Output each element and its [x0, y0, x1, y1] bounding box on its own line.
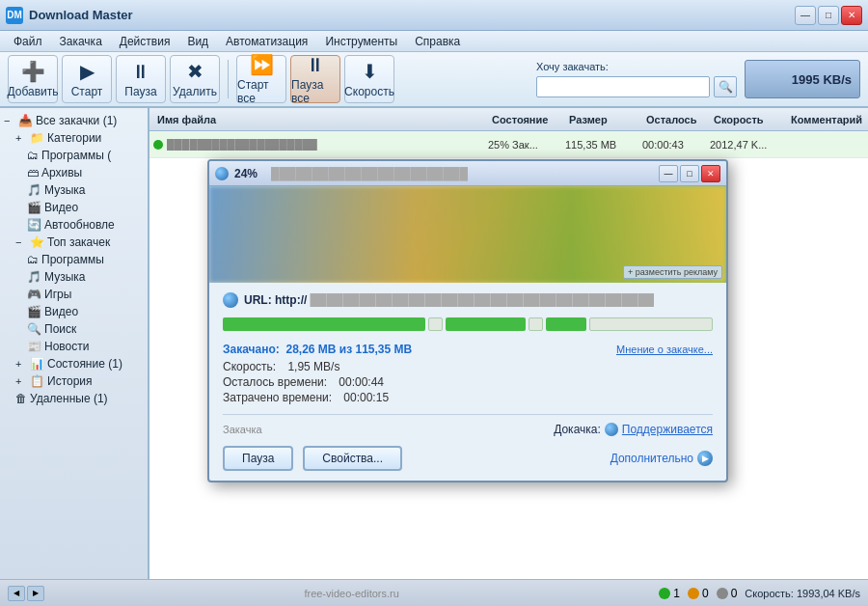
search-label: Хочу закачать:	[536, 61, 737, 72]
speed-label: Скорость	[344, 85, 394, 98]
start-button[interactable]: ▶ Старт	[62, 55, 112, 103]
sidebar-item-music2[interactable]: 🎵 Музыка	[0, 268, 148, 286]
title-bar-left: DM Download Master	[6, 7, 133, 24]
sidebar-item-programs1[interactable]: 🗂 Программы (	[0, 147, 148, 164]
minimize-button[interactable]: —	[795, 6, 816, 25]
waiting-count: 0	[702, 587, 709, 600]
sidebar-item-music-label: Музыка	[44, 183, 85, 197]
toolbar: ➕ Добавить ▶ Старт ⏸ Пауза ✖ Удалить ⏩ С…	[0, 52, 868, 108]
col-header-size: Размер	[565, 114, 642, 125]
sidebar-item-news-label: Новости	[44, 340, 89, 353]
stats-right: Мнение о закачке...	[616, 343, 713, 356]
sidebar-item-video-label: Видео	[44, 201, 78, 214]
sidebar-item-deleted-label: Удаленные (1)	[30, 392, 108, 405]
expand-icon: +	[15, 358, 27, 370]
sidebar-item-status[interactable]: + 📊 Состояние (1)	[0, 355, 148, 372]
supported-link[interactable]: Поддерживается	[622, 423, 713, 436]
menu-view[interactable]: Вид	[179, 33, 216, 50]
url-label-text: URL: http://	[244, 293, 307, 307]
progress-empty-3	[589, 317, 713, 331]
pause-all-label: Пауза все	[291, 78, 339, 105]
speed-label: Скорость:	[223, 360, 276, 373]
menu-file[interactable]: Файл	[6, 33, 50, 50]
paused-count: 0	[731, 587, 738, 600]
properties-button[interactable]: Свойства...	[303, 446, 402, 471]
pause-all-icon: ⏸	[306, 54, 325, 76]
modal-close-button[interactable]: ✕	[701, 165, 720, 182]
resume-right: Докачка: Поддерживается	[554, 423, 713, 436]
sidebar-item-search[interactable]: 🔍 Поиск	[0, 320, 148, 338]
pause-button[interactable]: ⏸ Пауза	[116, 55, 166, 103]
file-size: 115,35 MB	[565, 139, 642, 151]
sidebar-item-autoupdate[interactable]: 🔄 Автообновле	[0, 216, 148, 234]
sidebar-item-archives[interactable]: 🗃 Архивы	[0, 164, 148, 181]
stats-left: Закачано: 28,26 MB из 115,35 MB Скорость…	[223, 343, 412, 406]
menu-help[interactable]: Справка	[407, 33, 468, 50]
sidebar-item-music[interactable]: 🎵 Музыка	[0, 181, 148, 199]
status-left: ◀ ▶	[8, 586, 44, 601]
stats-row: Закачано: 28,26 MB из 115,35 MB Скорость…	[223, 343, 713, 406]
resume-globe-icon	[605, 423, 618, 436]
menu-actions[interactable]: Действия	[112, 33, 178, 50]
sidebar-item-video2-icon: 🎬	[27, 305, 41, 318]
sidebar-item-all[interactable]: − 📥 Все закачки (1)	[0, 112, 148, 129]
table-row[interactable]: ████████████████████ 25% Зак... 115,35 M…	[149, 131, 868, 158]
resume-row: Закачка Докачка: Поддерживается	[223, 414, 713, 436]
menu-tools[interactable]: Инструменты	[317, 33, 405, 50]
active-count: 1	[673, 587, 680, 600]
remaining-label: Осталось времени:	[223, 375, 327, 389]
pause-all-button[interactable]: ⏸ Пауза все	[290, 55, 340, 103]
sidebar-item-archives-label: Архивы	[41, 166, 82, 179]
sidebar-item-categories[interactable]: + 📁 Категории	[0, 129, 148, 147]
delete-button[interactable]: ✖ Удалить	[170, 55, 220, 103]
maximize-button[interactable]: □	[818, 6, 839, 25]
nav-right-button[interactable]: ▶	[27, 586, 44, 601]
url-value: ████████████████████████████████████████…	[310, 293, 654, 307]
start-label: Старт	[71, 85, 103, 98]
expand-icon: −	[15, 236, 27, 248]
sidebar-item-history[interactable]: + 📋 История	[0, 372, 148, 390]
modal-filename: ████████████████████████	[271, 167, 468, 180]
progress-filled-2	[446, 317, 527, 331]
pause-download-button[interactable]: Пауза	[223, 446, 293, 471]
start-all-button[interactable]: ⏩ Старт все	[236, 55, 286, 103]
watermark: free-video-editors.ru	[304, 588, 398, 599]
advanced-arrow-icon: ▶	[697, 451, 713, 466]
sidebar-item-games[interactable]: 🎮 Игры	[0, 286, 148, 303]
sidebar-item-video[interactable]: 🎬 Видео	[0, 199, 148, 216]
opinion-link[interactable]: Мнение о закачке...	[616, 344, 713, 355]
active-dot	[659, 588, 670, 599]
sidebar-item-video2[interactable]: 🎬 Видео	[0, 303, 148, 320]
modal-minimize-button[interactable]: —	[659, 165, 678, 182]
close-button[interactable]: ✕	[841, 6, 862, 25]
expand-icon: +	[15, 375, 27, 387]
nav-left-button[interactable]: ◀	[8, 586, 25, 601]
sidebar-item-video-icon: 🎬	[27, 201, 41, 214]
col-header-comment: Комментарий	[787, 114, 864, 125]
sidebar-item-programs2-label: Программы	[41, 253, 104, 266]
col-header-remaining: Осталось	[642, 114, 710, 125]
sidebar-item-programs1-icon: 🗂	[27, 149, 39, 162]
sidebar-item-music2-icon: 🎵	[27, 270, 41, 284]
search-input[interactable]	[536, 76, 710, 97]
start-all-label: Старт все	[237, 78, 285, 105]
sidebar-item-programs2[interactable]: 🗂 Программы	[0, 251, 148, 268]
progress-filled-3	[546, 317, 586, 331]
menu-automation[interactable]: Автоматизация	[218, 33, 315, 50]
sidebar-item-autoupdate-label: Автообновле	[44, 218, 115, 232]
speed-button[interactable]: ⬇ Скорость	[344, 55, 394, 103]
sidebar-item-deleted[interactable]: 🗑 Удаленные (1)	[0, 390, 148, 407]
indicator-paused: 0	[717, 587, 738, 600]
advanced-link[interactable]: Дополнительно ▶	[610, 451, 713, 466]
indicator-waiting: 0	[688, 587, 709, 600]
sidebar-item-news[interactable]: 📰 Новости	[0, 338, 148, 355]
modal-maximize-button[interactable]: □	[680, 165, 699, 182]
search-button[interactable]: 🔍	[714, 76, 737, 97]
menu-download[interactable]: Закачка	[52, 33, 110, 50]
sidebar-item-all-icon: 📥	[18, 114, 33, 127]
ad-button[interactable]: + разместить рекламу	[623, 265, 722, 279]
button-row: Пауза Свойства... Дополнительно ▶	[223, 446, 713, 471]
add-button[interactable]: ➕ Добавить	[8, 55, 58, 103]
expand-icon: +	[15, 132, 27, 144]
sidebar-item-top[interactable]: − ⭐ Топ закачек	[0, 234, 148, 251]
